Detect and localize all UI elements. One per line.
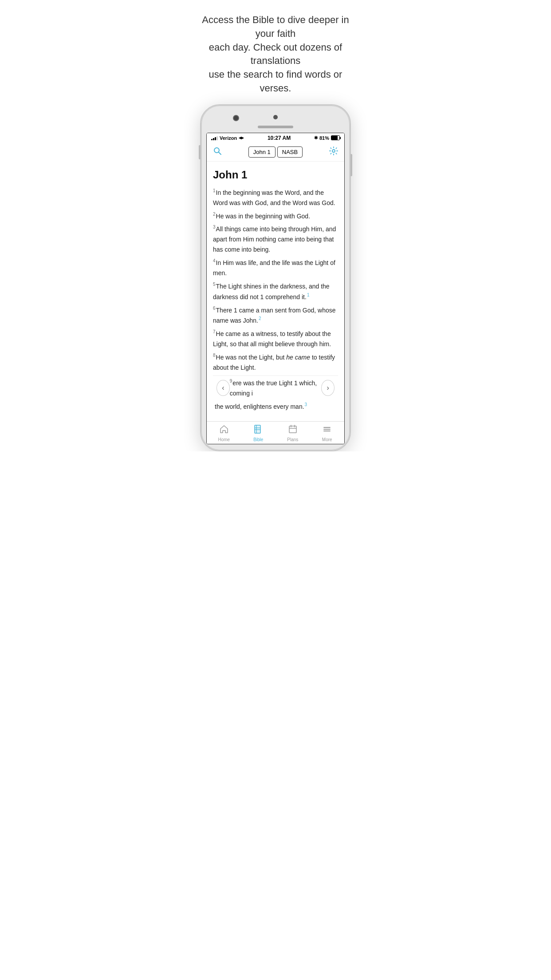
verse-9-continued: the world, enlightens every man.3 bbox=[213, 401, 338, 412]
front-camera bbox=[233, 115, 239, 121]
tagline-line2: each day. Check out dozens of translatio… bbox=[209, 42, 342, 67]
chapter-button[interactable]: John 1 bbox=[248, 146, 276, 158]
speaker-grille bbox=[258, 126, 293, 128]
footnote-3: 3 bbox=[305, 402, 307, 407]
phone-mockup: Verizon ◂▸ 10:27 AM ✱ 81% bbox=[200, 104, 351, 452]
svg-point-2 bbox=[332, 150, 335, 152]
verse-2: 2He was in the beginning with God. bbox=[213, 211, 338, 221]
svg-rect-3 bbox=[255, 425, 260, 433]
plans-icon bbox=[288, 424, 298, 436]
footnote-1: 1 bbox=[307, 292, 310, 297]
wifi-icon: ◂▸ bbox=[239, 135, 244, 141]
verse-num-8: 8 bbox=[213, 353, 216, 358]
footnote-2: 2 bbox=[259, 316, 261, 321]
signal-bar-3 bbox=[215, 137, 216, 140]
tab-more-label: More bbox=[322, 437, 332, 442]
prev-arrow-icon: ‹ bbox=[222, 384, 224, 392]
verse-num-1: 1 bbox=[213, 188, 216, 193]
battery-indicator bbox=[331, 135, 340, 140]
tab-plans-label: Plans bbox=[287, 437, 298, 442]
status-right: ✱ 81% bbox=[314, 135, 340, 141]
search-icon[interactable] bbox=[213, 146, 222, 158]
bible-content: John 1 1In the beginning was the Word, a… bbox=[207, 162, 344, 422]
verse-num-4: 4 bbox=[213, 258, 216, 263]
chapter-title: John 1 bbox=[213, 169, 338, 181]
carrier-name: Verizon bbox=[220, 135, 237, 141]
battery-tip bbox=[340, 137, 341, 139]
camera-dot bbox=[273, 115, 278, 119]
verse-num-6: 6 bbox=[213, 306, 216, 311]
phone-top-bar bbox=[206, 111, 345, 133]
home-icon bbox=[219, 424, 229, 436]
verse-num-3: 3 bbox=[213, 225, 216, 229]
verse-1: 1In the beginning was the Word, and the … bbox=[213, 187, 338, 208]
battery-percent: 81% bbox=[319, 135, 329, 141]
svg-line-1 bbox=[219, 152, 221, 154]
tab-more[interactable]: More bbox=[316, 424, 338, 442]
next-arrow-icon: › bbox=[327, 384, 329, 392]
verse-num-7: 7 bbox=[213, 329, 216, 334]
prev-chapter-button[interactable]: ‹ bbox=[216, 380, 230, 396]
tagline-text: Access the Bible to dive deeper in your … bbox=[184, 0, 367, 104]
verse-5: 5The Light shines in the darkness, and t… bbox=[213, 281, 338, 302]
tab-bar: Home Bible bbox=[207, 421, 344, 444]
italic-text: he came bbox=[286, 354, 310, 361]
signal-bar-4 bbox=[216, 136, 218, 140]
status-left: Verizon ◂▸ bbox=[211, 135, 244, 141]
chapter-nav-row: ‹ 9ere was the true Light 1 which, comin… bbox=[213, 375, 338, 401]
tab-home[interactable]: Home bbox=[213, 424, 235, 442]
verse-num-9: 9 bbox=[230, 379, 232, 383]
verse-num-5: 5 bbox=[213, 282, 216, 287]
battery-fill bbox=[331, 136, 338, 140]
tagline-line1: Access the Bible to dive deeper in your … bbox=[202, 14, 349, 39]
verse-num-2: 2 bbox=[213, 212, 216, 217]
tagline-line3: use the search to find words or verses. bbox=[209, 69, 342, 94]
next-chapter-button[interactable]: › bbox=[321, 380, 335, 396]
verse-8: 8He was not the Light, but he came to te… bbox=[213, 352, 338, 373]
signal-bar-1 bbox=[211, 139, 213, 140]
svg-rect-4 bbox=[289, 426, 296, 433]
app-nav-bar: John 1 NASB bbox=[207, 143, 344, 162]
tab-bible[interactable]: Bible bbox=[247, 424, 269, 442]
settings-icon[interactable] bbox=[329, 146, 338, 158]
tab-home-label: Home bbox=[218, 437, 230, 442]
signal-bars bbox=[211, 136, 218, 140]
tab-plans[interactable]: Plans bbox=[282, 424, 304, 442]
signal-bar-2 bbox=[213, 138, 214, 140]
verse-3: 3All things came into being through Him,… bbox=[213, 224, 338, 255]
phone-screen: Verizon ◂▸ 10:27 AM ✱ 81% bbox=[206, 133, 345, 445]
bluetooth-icon: ✱ bbox=[314, 135, 318, 140]
bible-icon bbox=[253, 424, 263, 436]
translation-button[interactable]: NASB bbox=[277, 146, 303, 158]
verse-7: 7He came as a witness, to testify about … bbox=[213, 328, 338, 349]
status-time: 10:27 AM bbox=[268, 135, 291, 141]
verse-9-partial: 9ere was the true Light 1 which, coming … bbox=[230, 378, 321, 399]
verse-4: 4In Him was life, and the life was the L… bbox=[213, 257, 338, 278]
chapter-translation-buttons: John 1 NASB bbox=[248, 146, 303, 158]
verse-6: 6There 1 came a man sent from God, whose… bbox=[213, 305, 338, 326]
status-bar: Verizon ◂▸ 10:27 AM ✱ 81% bbox=[207, 133, 344, 143]
tab-bible-label: Bible bbox=[253, 437, 263, 442]
more-icon bbox=[322, 424, 332, 436]
